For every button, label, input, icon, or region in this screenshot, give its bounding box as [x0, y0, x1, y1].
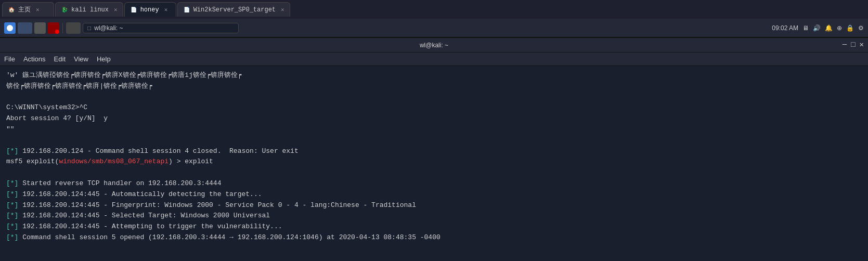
terminal-line-2: 锛佺┍锛庰锛佺┍锛庰锛佺┍锛庰|锛佺┍锛庰锛佺┍ [6, 81, 862, 92]
tray-time: 09:02 AM [772, 24, 798, 32]
toolbar-btn-5[interactable] [66, 22, 81, 34]
menu-view[interactable]: View [74, 54, 88, 64]
terminal-body[interactable]: 'w' 鏃ユ湡锛孲锛佺┍锛庰锛佺┍锛庰X锛佺┍锛庰锛佺┍锛庴ij锛佺┍锛庰锛佺┍… [0, 66, 868, 261]
terminal-line-9: [*] 192.168.200.124:445 - Automatically … [6, 189, 862, 200]
terminal-line-8: [*] Started reverse TCP handler on 192.1… [6, 178, 862, 189]
terminal-window: wl@kali: ~ ─ □ ✕ File Actions Edit View … [0, 38, 868, 261]
system-tray: 09:02 AM 🖥 🔊 🔔 ⊕ 🔒 ⚙ [772, 24, 864, 32]
toolbar: □ wl@kali: ~ 09:02 AM 🖥 🔊 🔔 ⊕ 🔒 ⚙ [0, 19, 868, 37]
tab-honey[interactable]: 📄 honey ✕ [124, 2, 176, 17]
tab-close[interactable]: ✕ [36, 6, 40, 13]
maximize-button[interactable]: □ [851, 40, 855, 50]
terminal-titlebar: wl@kali: ~ ─ □ ✕ [0, 38, 868, 53]
address-text: wl@kali: ~ [94, 24, 123, 32]
tab-close[interactable]: ✕ [281, 6, 284, 13]
terminal-line-blank1 [6, 92, 862, 103]
tab-doc-icon: 📄 [130, 6, 137, 14]
terminal-line-blank2 [6, 135, 862, 146]
toolbar-btn-2[interactable] [18, 22, 32, 34]
terminal-line-13: [*] Command shell session 5 opened (192.… [6, 232, 862, 243]
tray-monitor-icon[interactable]: 🖥 [802, 24, 809, 32]
tab-doc-icon2: 📄 [183, 6, 190, 14]
tray-lock-icon[interactable]: 🔒 [846, 24, 854, 32]
terminal-line-12: [*] 192.168.200.124:445 - Attempting to … [6, 221, 862, 232]
tab-close[interactable]: ✕ [114, 6, 118, 13]
window-controls: ─ □ ✕ [843, 40, 864, 50]
terminal-line-4: Abort session 4? [y/N] y [6, 113, 862, 124]
tab-label: 主页 [18, 5, 31, 14]
tab-close[interactable]: ✕ [164, 6, 168, 13]
terminal-line-blank3 [6, 167, 862, 178]
tab-kali-linux[interactable]: 🐉 kali linux ✕ [55, 2, 123, 17]
tray-network-icon[interactable]: ⊕ [837, 24, 842, 32]
svg-point-0 [7, 25, 13, 31]
minimize-button[interactable]: ─ [843, 40, 847, 50]
toolbar-divider [62, 23, 63, 33]
toolbar-btn-3[interactable] [34, 22, 46, 34]
toolbar-btn-4[interactable] [48, 22, 59, 34]
menu-edit[interactable]: Edit [54, 54, 66, 64]
close-button[interactable]: ✕ [860, 40, 864, 50]
terminal-line-10: [*] 192.168.200.124:445 - Fingerprint: W… [6, 200, 862, 211]
terminal-line-1: 'w' 鏃ユ湡锛孲锛佺┍锛庰锛佺┍锛庰X锛佺┍锛庰锛佺┍锛庴ij锛佺┍锛庰锛佺┍ [6, 70, 862, 81]
tab-label: honey [140, 6, 159, 14]
tray-power-icon[interactable]: ⚙ [858, 24, 864, 32]
toolbar-btn-1[interactable] [4, 22, 16, 34]
kali-icon: 🐉 [61, 6, 68, 14]
tray-bell-icon[interactable]: 🔔 [825, 24, 833, 32]
terminal-line-6: [*] 192.168.200.124 - Command shell sess… [6, 146, 862, 157]
menu-actions[interactable]: Actions [23, 54, 46, 64]
terminal-line-3: C:\WINNT\system32>^C [6, 102, 862, 113]
home-icon: 🏠 [8, 6, 15, 14]
tab-label: Win2kServer_SP0_target [193, 6, 276, 14]
tray-volume-icon[interactable]: 🔊 [813, 24, 821, 32]
tab-label: kali linux [71, 6, 109, 14]
terminal-menubar: File Actions Edit View Help [0, 53, 868, 66]
terminal-line-7: msf5 exploit(windows/smb/ms08_067_netapi… [6, 156, 862, 167]
tab-bar: 🏠 主页 ✕ 🐉 kali linux ✕ 📄 honey ✕ 📄 Win2kS… [0, 0, 868, 19]
terminal-line-5: "" [6, 124, 862, 135]
tab-win2k[interactable]: 📄 Win2kServer_SP0_target ✕ [177, 2, 290, 17]
menu-file[interactable]: File [4, 54, 15, 64]
tab-homepage[interactable]: 🏠 主页 ✕ [2, 2, 54, 17]
address-bar[interactable]: □ wl@kali: ~ [83, 23, 239, 33]
menu-help[interactable]: Help [97, 54, 111, 64]
terminal-title: wl@kali: ~ [420, 41, 448, 50]
terminal-line-11: [*] 192.168.200.124:445 - Selected Targe… [6, 211, 862, 221]
address-icon: □ [87, 24, 91, 32]
